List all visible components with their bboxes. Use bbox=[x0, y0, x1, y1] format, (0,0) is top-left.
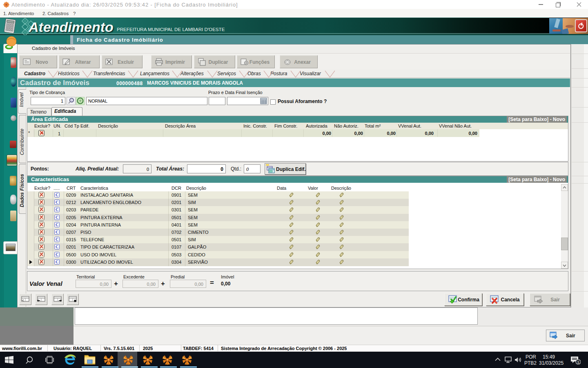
svg-text:1: 1 bbox=[577, 360, 579, 364]
